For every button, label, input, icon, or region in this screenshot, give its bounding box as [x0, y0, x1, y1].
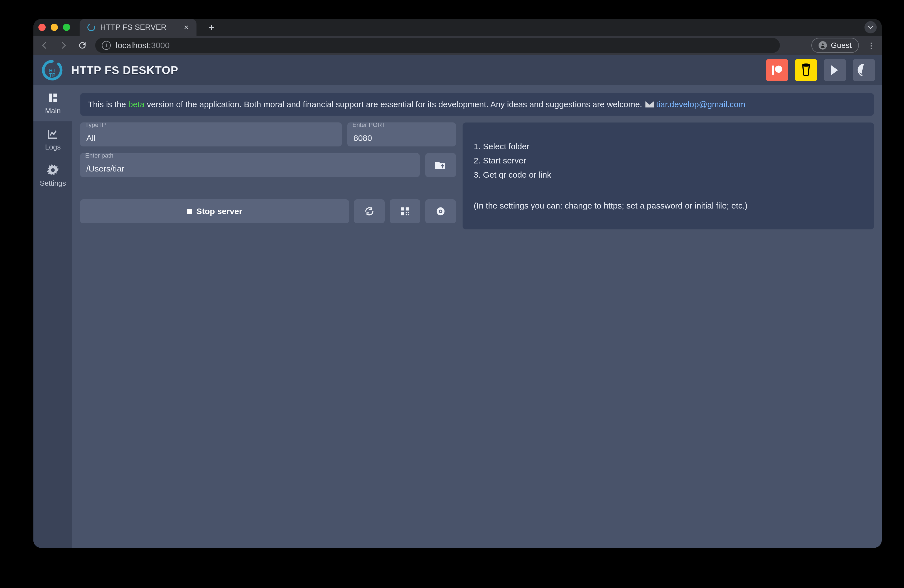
svg-rect-7 — [54, 93, 57, 97]
favicon-icon — [86, 22, 96, 32]
svg-rect-11 — [401, 212, 404, 215]
stop-server-button[interactable]: Stop server — [80, 199, 349, 223]
browser-menu-button[interactable]: ⋮ — [866, 40, 877, 51]
instruction-list: 1. Select folder 2. Start server 3. Get … — [474, 139, 863, 182]
dashboard-icon — [47, 92, 59, 104]
open-in-browser-button[interactable] — [425, 199, 456, 223]
navbar: i localhost:3000 Guest ⋮ — [33, 36, 882, 55]
svg-rect-9 — [401, 207, 404, 210]
browser-tab[interactable]: HTTP FS SERVER × — [80, 19, 196, 36]
window-controls — [38, 24, 70, 31]
svg-rect-15 — [408, 214, 409, 215]
path-field: Enter path — [80, 153, 420, 177]
tab-title: HTTP FS SERVER — [100, 23, 167, 32]
app-header: HT TP HTTP FS DESKTOP — [33, 55, 882, 85]
sidebar-item-label: Settings — [40, 179, 66, 188]
address-bar[interactable]: i localhost:3000 — [95, 38, 780, 53]
app-root: HT TP HTTP FS DESKTOP — [33, 55, 882, 548]
maximize-window-icon[interactable] — [63, 24, 70, 31]
gear-icon — [47, 164, 59, 176]
svg-rect-12 — [406, 212, 407, 213]
svg-point-0 — [822, 43, 824, 45]
svg-point-18 — [440, 210, 441, 212]
sidebar-item-label: Main — [45, 107, 61, 115]
path-input[interactable] — [80, 153, 420, 177]
reload-button[interactable] — [76, 39, 89, 52]
mail-icon — [645, 101, 654, 107]
svg-rect-13 — [408, 212, 409, 213]
sidebar-item-logs[interactable]: Logs — [33, 122, 73, 158]
new-tab-button[interactable]: + — [207, 22, 217, 32]
instruction-step: 2. Start server — [474, 153, 863, 168]
path-label: Enter path — [85, 152, 114, 159]
svg-rect-10 — [406, 207, 409, 210]
ip-input[interactable] — [80, 122, 342, 147]
svg-rect-14 — [406, 214, 407, 215]
stop-icon — [187, 209, 192, 214]
browser-window: HTTP FS SERVER × + i localhost:3000 Gues… — [33, 19, 882, 548]
instructions-panel: 1. Select folder 2. Start server 3. Get … — [463, 122, 874, 229]
port-label: Enter PORT — [352, 122, 386, 129]
github-link[interactable] — [853, 59, 875, 81]
svg-rect-6 — [49, 93, 52, 102]
main-content: This is the beta version of the applicat… — [73, 85, 882, 548]
minimize-window-icon[interactable] — [51, 24, 58, 31]
ip-field: Type IP — [80, 122, 342, 147]
tab-close-icon[interactable]: × — [184, 23, 189, 32]
svg-rect-8 — [54, 98, 57, 102]
sidebar: Main Logs Settings — [33, 85, 73, 548]
site-info-icon[interactable]: i — [102, 41, 111, 50]
avatar-icon — [819, 41, 827, 49]
svg-rect-3 — [772, 66, 774, 75]
tab-list-dropdown[interactable] — [864, 21, 877, 33]
app-logo-icon: HT TP — [40, 58, 65, 82]
titlebar: HTTP FS SERVER × + — [33, 19, 882, 36]
beta-notice: This is the beta version of the applicat… — [80, 93, 874, 116]
back-button[interactable] — [38, 39, 51, 52]
instruction-step: 3. Get qr code or link — [474, 168, 863, 182]
forward-button[interactable] — [57, 39, 70, 52]
refresh-button[interactable] — [354, 199, 385, 223]
app-title: HTTP FS DESKTOP — [71, 64, 179, 77]
profile-label: Guest — [831, 41, 852, 50]
url-text: localhost:3000 — [116, 41, 170, 50]
chart-line-icon — [47, 128, 59, 140]
instruction-step: 1. Select folder — [474, 139, 863, 153]
close-window-icon[interactable] — [38, 24, 46, 31]
instruction-note: (In the settings you can: change to http… — [474, 199, 863, 213]
port-field: Enter PORT — [347, 122, 456, 147]
sidebar-item-label: Logs — [45, 143, 61, 152]
sidebar-item-main[interactable]: Main — [33, 85, 73, 122]
svg-point-4 — [775, 66, 782, 73]
sidebar-item-settings[interactable]: Settings — [33, 158, 73, 194]
profile-button[interactable]: Guest — [811, 38, 859, 53]
qr-code-button[interactable] — [390, 199, 420, 223]
google-play-link[interactable] — [824, 59, 846, 81]
svg-text:TP: TP — [49, 73, 56, 78]
browse-folder-button[interactable] — [425, 153, 456, 177]
contact-email-link[interactable]: tiar.develop@gmail.com — [656, 100, 745, 109]
ip-label: Type IP — [85, 122, 106, 129]
patreon-link[interactable] — [766, 59, 788, 81]
buymeacoffee-link[interactable] — [795, 59, 817, 81]
